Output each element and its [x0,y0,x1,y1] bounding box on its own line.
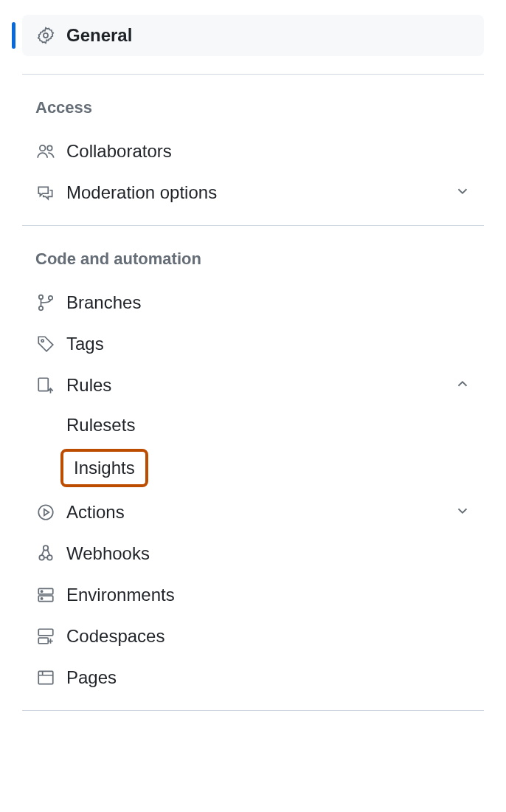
sidebar-item-webhooks[interactable]: Webhooks [22,533,484,574]
svg-point-3 [39,295,43,299]
comment-discussion-icon [35,182,56,203]
sidebar-item-tags[interactable]: Tags [22,323,484,365]
sidebar-item-label: Collaborators [66,141,471,162]
svg-point-0 [44,33,48,38]
sidebar-item-label: Pages [66,667,471,688]
chevron-up-icon [454,376,471,395]
sidebar-item-label: Moderation options [66,182,454,203]
sidebar-item-label: Environments [66,585,471,605]
svg-rect-18 [38,671,53,684]
chevron-down-icon [454,183,471,202]
chevron-down-icon [454,503,471,522]
sidebar-item-label: Branches [66,292,471,313]
svg-point-5 [49,296,52,300]
sidebar-item-branches[interactable]: Branches [22,282,484,323]
sidebar-item-label: Webhooks [66,543,471,564]
sidebar-item-pages[interactable]: Pages [22,657,484,698]
sidebar-item-general[interactable]: General [22,15,484,56]
divider [22,225,484,226]
divider [22,710,484,711]
svg-point-8 [38,505,53,520]
sidebar-item-moderation[interactable]: Moderation options [22,172,484,213]
sidebar-item-label: Actions [66,502,454,523]
branch-icon [35,292,56,313]
codespaces-icon [35,626,56,647]
rules-icon [35,375,56,396]
sidebar-item-codespaces[interactable]: Codespaces [22,616,484,657]
browser-icon [35,667,56,688]
sidebar-item-label: Codespaces [66,626,471,647]
svg-rect-16 [38,629,53,636]
svg-point-2 [47,145,52,151]
section-header-access: Access [22,92,484,131]
sidebar-subitem-rulesets[interactable]: Rulesets [22,406,484,444]
gear-icon [35,25,56,46]
svg-point-9 [39,555,44,560]
svg-point-10 [47,555,52,560]
sidebar-item-rules[interactable]: Rules [22,365,484,406]
svg-rect-17 [38,638,48,644]
svg-point-6 [41,340,44,342]
sidebar-item-environments[interactable]: Environments [22,574,484,616]
divider [22,74,484,75]
play-circle-icon [35,502,56,523]
server-icon [35,585,56,605]
tag-icon [35,334,56,354]
svg-point-14 [41,591,43,592]
sidebar-item-label: Tags [66,334,471,354]
section-header-code: Code and automation [22,244,484,282]
sidebar-item-actions[interactable]: Actions [22,492,484,533]
svg-point-1 [40,145,46,151]
sidebar-item-label: General [66,25,132,46]
webhook-icon [35,543,56,564]
sidebar-subitem-insights-highlighted[interactable]: Insights [60,449,148,487]
sidebar-item-collaborators[interactable]: Collaborators [22,131,484,172]
people-icon [35,141,56,162]
sidebar-item-label: Rules [66,375,454,396]
svg-point-4 [39,306,43,310]
svg-point-15 [41,598,43,599]
svg-rect-7 [38,378,48,390]
